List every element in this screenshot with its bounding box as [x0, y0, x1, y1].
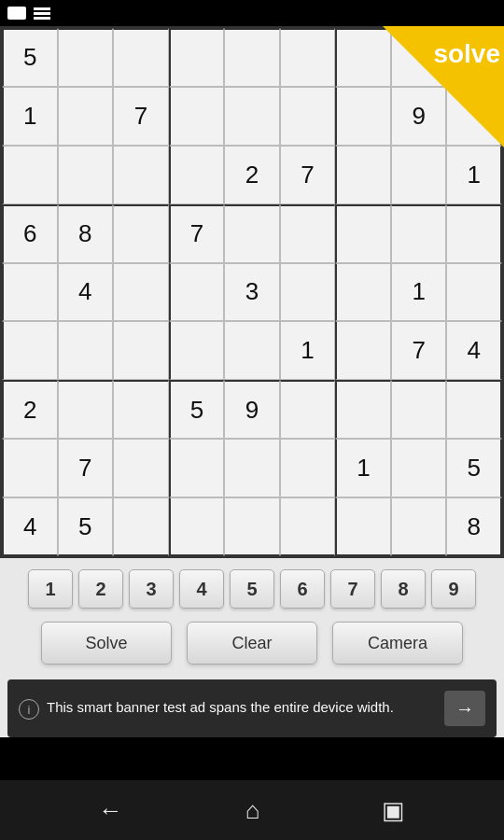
ad-info-icon: i [19, 699, 39, 720]
cell-5-3[interactable] [169, 321, 225, 380]
cell-6-5[interactable] [280, 380, 336, 439]
cell-8-4[interactable] [224, 497, 280, 556]
cell-5-6[interactable] [335, 321, 391, 380]
cell-3-2[interactable] [113, 204, 169, 263]
cell-5-7[interactable]: 7 [391, 321, 447, 380]
cell-8-7[interactable] [391, 497, 447, 556]
number-buttons: 123456789 [0, 558, 504, 616]
cell-7-2[interactable] [113, 439, 169, 497]
main-content: solve 5179271687431174259715458 12345678… [0, 26, 504, 737]
cell-8-8[interactable]: 8 [446, 497, 502, 556]
cell-1-0[interactable]: 1 [2, 87, 58, 146]
cell-4-5[interactable] [280, 263, 336, 322]
cell-4-0[interactable] [2, 263, 58, 322]
solve-button[interactable]: Solve [41, 622, 172, 665]
cell-7-0[interactable] [2, 439, 58, 497]
cell-2-7[interactable] [391, 146, 447, 204]
num-button-7[interactable]: 7 [330, 569, 375, 609]
cell-4-8[interactable] [446, 263, 502, 322]
cell-0-1[interactable] [58, 28, 114, 87]
action-buttons: Solve Clear Camera [0, 616, 504, 674]
cell-7-7[interactable] [391, 439, 447, 497]
num-button-2[interactable]: 2 [78, 569, 123, 609]
cell-5-8[interactable]: 4 [446, 321, 502, 380]
cell-3-5[interactable] [280, 204, 336, 263]
cell-6-8[interactable] [446, 380, 502, 439]
cell-7-5[interactable] [280, 439, 336, 497]
cell-6-2[interactable] [113, 380, 169, 439]
cell-0-4[interactable] [224, 28, 280, 87]
cell-4-4[interactable]: 3 [224, 263, 280, 322]
cell-0-2[interactable] [113, 28, 169, 87]
cell-1-4[interactable] [224, 87, 280, 146]
cell-2-1[interactable] [58, 146, 114, 204]
cell-6-3[interactable]: 5 [169, 380, 225, 439]
cell-7-3[interactable] [169, 439, 225, 497]
cell-1-2[interactable]: 7 [113, 87, 169, 146]
cell-2-0[interactable] [2, 146, 58, 204]
cell-5-0[interactable] [2, 321, 58, 380]
num-button-4[interactable]: 4 [179, 569, 224, 609]
num-button-6[interactable]: 6 [280, 569, 325, 609]
cell-8-6[interactable] [335, 497, 391, 556]
num-button-9[interactable]: 9 [431, 569, 476, 609]
cell-3-4[interactable] [224, 204, 280, 263]
ad-text: This smart banner test ad spans the enti… [47, 697, 394, 717]
cell-6-7[interactable] [391, 380, 447, 439]
cell-7-4[interactable] [224, 439, 280, 497]
solve-label[interactable]: solve [433, 39, 500, 69]
cell-2-4[interactable]: 2 [224, 146, 280, 204]
num-button-5[interactable]: 5 [230, 569, 274, 609]
camera-button[interactable]: Camera [332, 622, 463, 665]
cell-4-2[interactable] [113, 263, 169, 322]
cell-8-2[interactable] [113, 497, 169, 556]
cell-5-1[interactable] [58, 321, 114, 380]
cell-3-7[interactable] [391, 204, 447, 263]
cell-2-6[interactable] [335, 146, 391, 204]
cell-0-0[interactable]: 5 [2, 28, 58, 87]
cell-2-3[interactable] [169, 146, 225, 204]
num-button-1[interactable]: 1 [28, 569, 73, 609]
cell-0-3[interactable] [169, 28, 225, 87]
home-button[interactable]: ⌂ [245, 796, 260, 825]
cell-2-2[interactable] [113, 146, 169, 204]
cell-7-8[interactable]: 5 [446, 439, 502, 497]
cell-5-5[interactable]: 1 [280, 321, 336, 380]
cell-5-4[interactable] [224, 321, 280, 380]
cell-3-3[interactable]: 7 [169, 204, 225, 263]
back-button[interactable]: ← [99, 796, 123, 825]
cell-1-5[interactable] [280, 87, 336, 146]
cell-5-2[interactable] [113, 321, 169, 380]
cell-7-6[interactable]: 1 [335, 439, 391, 497]
cell-1-1[interactable] [58, 87, 114, 146]
cell-1-3[interactable] [169, 87, 225, 146]
cell-0-5[interactable] [280, 28, 336, 87]
cell-6-6[interactable] [335, 380, 391, 439]
cell-6-1[interactable] [58, 380, 114, 439]
cell-8-5[interactable] [280, 497, 336, 556]
cell-3-6[interactable] [335, 204, 391, 263]
num-button-3[interactable]: 3 [129, 569, 174, 609]
ad-arrow-button[interactable]: → [444, 691, 485, 726]
cell-8-3[interactable] [169, 497, 225, 556]
cell-4-1[interactable]: 4 [58, 263, 114, 322]
cell-4-7[interactable]: 1 [391, 263, 447, 322]
status-bar [0, 0, 504, 26]
cell-3-0[interactable]: 6 [2, 204, 58, 263]
cell-8-1[interactable]: 5 [58, 497, 114, 556]
cell-2-5[interactable]: 7 [280, 146, 336, 204]
cell-4-6[interactable] [335, 263, 391, 322]
cell-3-1[interactable]: 8 [58, 204, 114, 263]
cell-4-3[interactable] [169, 263, 225, 322]
cell-6-0[interactable]: 2 [2, 380, 58, 439]
clear-button[interactable]: Clear [187, 622, 317, 665]
cell-2-8[interactable]: 1 [446, 146, 502, 204]
cell-7-1[interactable]: 7 [58, 439, 114, 497]
cell-8-0[interactable]: 4 [2, 497, 58, 556]
num-button-8[interactable]: 8 [381, 569, 426, 609]
cell-3-8[interactable] [446, 204, 502, 263]
recent-apps-button[interactable]: ▣ [382, 796, 405, 825]
cell-6-4[interactable]: 9 [224, 380, 280, 439]
bars-icon [34, 7, 50, 20]
nav-bar: ← ⌂ ▣ [0, 780, 504, 840]
